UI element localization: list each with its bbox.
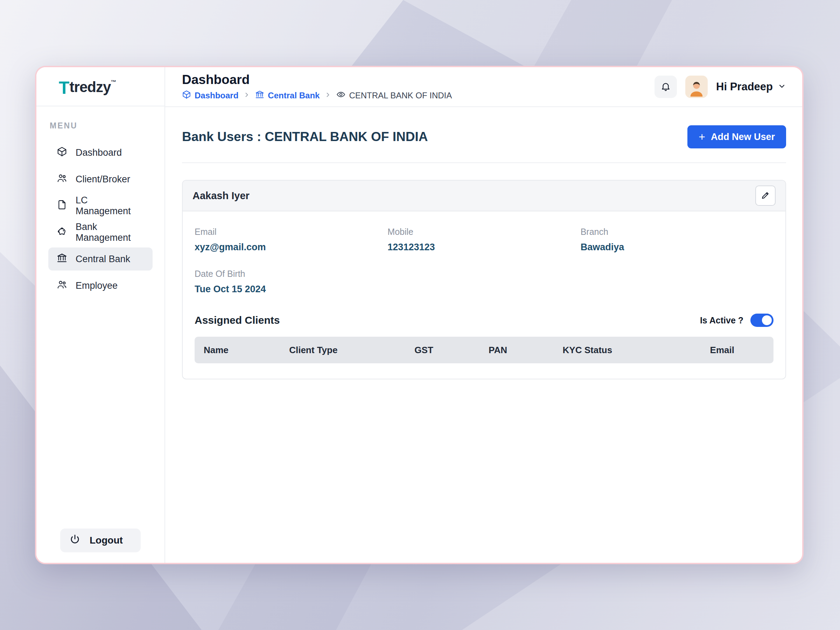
page-header-title: Dashboard: [182, 73, 452, 87]
bank-icon: [255, 90, 264, 101]
people-icon: [57, 279, 67, 292]
sidebar-item-label: LC Management: [76, 195, 144, 217]
sidebar-item-dashboard[interactable]: Dashboard: [48, 141, 153, 164]
top-header: Dashboard Dashboard Central Bank CENTRA: [165, 67, 802, 107]
toggle-knob: [762, 315, 772, 325]
divider: [182, 163, 786, 163]
field-label: Email: [194, 227, 387, 237]
sidebar-menu: MENU Dashboard Client/Broker LC Manageme…: [36, 106, 164, 563]
user-fields: Email xyz@gmail.com Mobile 123123123 Bra…: [194, 227, 774, 295]
breadcrumb-item-dashboard[interactable]: Dashboard: [182, 90, 238, 101]
app-window: Ttredzy™ MENU Dashboard Client/Broker LC…: [35, 66, 804, 564]
breadcrumb-item-current: CENTRAL BANK OF INDIA: [336, 90, 452, 101]
logout-button[interactable]: Logout: [60, 529, 141, 552]
plus-icon: +: [699, 131, 705, 142]
logout-label: Logout: [90, 535, 123, 546]
sidebar-item-employee[interactable]: Employee: [48, 274, 153, 297]
bell-icon: [660, 81, 671, 93]
breadcrumb-item-central-bank[interactable]: Central Bank: [255, 90, 319, 101]
sidebar-item-label: Client/Broker: [76, 174, 130, 185]
is-active-label: Is Active ?: [700, 315, 744, 325]
sidebar-item-lc-management[interactable]: LC Management: [48, 194, 153, 217]
card-header: Aakash Iyer: [183, 181, 785, 212]
page-head-row: Bank Users : CENTRAL BANK OF INDIA + Add…: [182, 125, 786, 148]
column-header-email: Email: [682, 345, 773, 355]
logo-text: tredzy: [69, 79, 111, 95]
sidebar-item-label: Employee: [76, 280, 118, 291]
sidebar-item-client-broker[interactable]: Client/Broker: [48, 167, 153, 191]
sidebar-item-central-bank[interactable]: Central Bank: [48, 248, 153, 270]
is-active-toggle[interactable]: [750, 314, 774, 327]
field-label: Branch: [581, 227, 774, 237]
column-header-client-type: Client Type: [289, 345, 414, 355]
power-icon: [69, 534, 81, 547]
card-body: Email xyz@gmail.com Mobile 123123123 Bra…: [183, 212, 785, 379]
breadcrumb-label: CENTRAL BANK OF INDIA: [349, 91, 452, 101]
add-new-user-label: Add New User: [711, 132, 775, 142]
field-mobile: Mobile 123123123: [387, 227, 580, 253]
box-icon: [57, 146, 67, 159]
field-branch: Branch Bawadiya: [581, 227, 774, 253]
sidebar: Ttredzy™ MENU Dashboard Client/Broker LC…: [36, 67, 165, 563]
clients-table-header: Name Client Type GST PAN KYC Status Emai…: [194, 337, 774, 363]
field-value: Tue Oct 15 2024: [194, 284, 387, 295]
chevron-down-icon: [778, 82, 786, 92]
main-area: Dashboard Dashboard Central Bank CENTRA: [165, 67, 802, 563]
field-email: Email xyz@gmail.com: [194, 227, 387, 253]
column-header-pan: PAN: [489, 345, 563, 355]
pencil-icon: [761, 190, 771, 201]
eye-icon: [336, 90, 346, 101]
bank-user-card: Aakash Iyer Email xyz@gmail.com Mobile 1: [182, 180, 786, 379]
page-title: Bank Users : CENTRAL BANK OF INDIA: [182, 129, 428, 144]
logo-t-icon: T: [59, 79, 69, 96]
sidebar-item-label: Dashboard: [76, 147, 122, 158]
assigned-clients-row: Assigned Clients Is Active ?: [194, 314, 774, 327]
person-avatar-icon: [687, 78, 706, 98]
field-value: Bawadiya: [581, 242, 774, 253]
brand-logo: Ttredzy™: [36, 67, 164, 106]
sidebar-item-label: Bank Management: [76, 221, 144, 243]
is-active-control: Is Active ?: [700, 314, 774, 327]
column-header-gst: GST: [414, 345, 489, 355]
file-icon: [57, 199, 67, 212]
assigned-clients-title: Assigned Clients: [194, 314, 279, 326]
users-icon: [57, 173, 67, 186]
chevron-right-icon: [324, 91, 332, 101]
box-icon: [182, 90, 191, 101]
field-value: xyz@gmail.com: [194, 242, 387, 253]
breadcrumb-label: Dashboard: [194, 91, 238, 101]
column-header-name: Name: [204, 345, 289, 355]
field-label: Mobile: [387, 227, 580, 237]
header-right: Hi Pradeep: [655, 76, 786, 98]
sidebar-item-label: Central Bank: [76, 254, 130, 265]
content-area: Bank Users : CENTRAL BANK OF INDIA + Add…: [165, 107, 802, 563]
header-left: Dashboard Dashboard Central Bank CENTRA: [182, 73, 452, 101]
menu-section-label: MENU: [50, 121, 153, 131]
notifications-button[interactable]: [655, 76, 677, 98]
field-date-of-birth: Date Of Birth Tue Oct 15 2024: [194, 269, 387, 295]
user-avatar[interactable]: [685, 76, 708, 98]
column-header-kyc-status: KYC Status: [563, 345, 682, 355]
breadcrumb-label: Central Bank: [268, 91, 319, 101]
sidebar-item-bank-management[interactable]: Bank Management: [48, 221, 153, 244]
field-value: 123123123: [387, 242, 580, 253]
bank-user-name: Aakash Iyer: [193, 190, 249, 202]
add-new-user-button[interactable]: + Add New User: [687, 125, 786, 148]
user-menu[interactable]: Hi Pradeep: [716, 81, 786, 93]
piggy-bank-icon: [57, 226, 67, 239]
edit-user-button[interactable]: [755, 185, 775, 206]
user-greeting: Hi Pradeep: [716, 81, 773, 93]
bank-icon: [57, 253, 67, 266]
field-label: Date Of Birth: [194, 269, 387, 279]
chevron-right-icon: [243, 91, 250, 101]
breadcrumb: Dashboard Central Bank CENTRAL BANK OF I…: [182, 90, 452, 101]
trademark-symbol: ™: [111, 79, 116, 85]
